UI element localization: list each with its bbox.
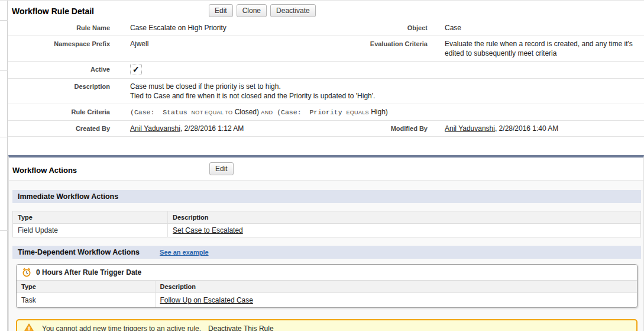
criteria-operator-2: EQUALS xyxy=(347,110,369,115)
spacer xyxy=(12,259,641,264)
detail-row-active: Active ✓ xyxy=(8,62,644,79)
alarm-clock-icon xyxy=(22,268,31,277)
rule-criteria-label: Rule Criteria xyxy=(8,107,118,117)
table-row: Field Update Set Case to Escalated xyxy=(13,224,641,237)
workflow-rule-page: Workflow Rule Detail Edit Clone Deactiva… xyxy=(0,0,644,331)
workflow-actions-body: Immediate Workflow Actions Type Descript… xyxy=(9,181,643,331)
sidebar-divider xyxy=(0,137,8,137)
warning-triangle-icon xyxy=(23,323,35,331)
time-trigger-title: 0 Hours After Rule Trigger Date xyxy=(36,268,141,277)
main-content: Workflow Rule Detail Edit Clone Deactiva… xyxy=(8,1,644,331)
immediate-actions-header: Immediate Workflow Actions xyxy=(12,190,641,203)
sidebar-divider xyxy=(0,70,8,71)
see-an-example-link[interactable]: See an example xyxy=(160,246,209,259)
sidebar-edge xyxy=(0,1,8,331)
description-value: Case must be closed if the priority is s… xyxy=(118,81,644,101)
immediate-actions-title: Immediate Workflow Actions xyxy=(18,190,118,203)
criteria-operator-1: NOT EQUAL TO xyxy=(192,110,233,115)
evaluation-criteria-label: Evaluation Criteria xyxy=(335,38,436,58)
created-date: , 2/28/2016 1:12 AM xyxy=(180,124,244,133)
description-label: Description xyxy=(8,81,118,101)
time-dependent-actions-title: Time-Dependent Workflow Actions xyxy=(18,246,140,259)
detail-button-group: Edit Clone Deactivate xyxy=(209,4,316,17)
description-line-1: Case must be closed if the priority is s… xyxy=(130,82,642,91)
immediate-actions-table: Type Description Field Update Set Case t… xyxy=(12,211,641,237)
modified-by-label: Modified By xyxy=(335,123,436,133)
spacer xyxy=(12,237,641,246)
criteria-value-2: High) xyxy=(369,108,388,116)
workflow-actions-title: Workflow Actions xyxy=(12,166,77,175)
rule-name-label: Rule Name xyxy=(8,23,118,33)
detail-row-rule-criteria: Rule Criteria (Case: Status NOT EQUAL TO… xyxy=(8,104,644,121)
description-column-header: Description xyxy=(168,211,641,224)
sidebar-divider xyxy=(0,230,8,231)
description-column-header: Description xyxy=(155,281,637,293)
checked-checkbox-icon: ✓ xyxy=(130,65,142,75)
created-by-label: Created By xyxy=(8,123,118,133)
type-column-header: Type xyxy=(17,281,155,293)
criteria-field-1: (Case: Status xyxy=(130,108,192,116)
detail-row-namespace: Namespace Prefix Ajwell Evaluation Crite… xyxy=(8,36,644,62)
action-type-cell: Task xyxy=(17,293,155,308)
type-column-header: Type xyxy=(13,211,168,224)
object-label: Object xyxy=(335,23,436,33)
spacer xyxy=(12,308,641,319)
detail-header: Workflow Rule Detail Edit Clone Deactiva… xyxy=(8,1,644,20)
created-by-user-link[interactable]: Anil Yaduvanshi xyxy=(130,124,180,133)
task-link[interactable]: Follow Up on Escalated Case xyxy=(160,296,253,304)
time-trigger-box: 0 Hours After Rule Trigger Date Type Des… xyxy=(16,264,637,308)
action-description-cell: Set Case to Escalated xyxy=(168,224,641,237)
modified-by-user-link[interactable]: Anil Yaduvanshi xyxy=(445,124,495,133)
namespace-value: Ajwell xyxy=(118,38,335,58)
detail-row-description: Description Case must be closed if the p… xyxy=(8,79,644,104)
active-label: Active xyxy=(8,64,118,75)
sidebar-divider xyxy=(0,20,8,21)
warning-text: You cannot add new time triggers to an a… xyxy=(42,324,201,331)
edit-button[interactable]: Edit xyxy=(209,4,233,17)
detail-row-audit: Created By Anil Yaduvanshi, 2/28/2016 1:… xyxy=(8,121,644,137)
time-dependent-actions-header: Time-Dependent Workflow Actions See an e… xyxy=(12,246,641,259)
created-by-value: Anil Yaduvanshi, 2/28/2016 1:12 AM xyxy=(118,123,335,133)
active-value: ✓ xyxy=(118,64,644,75)
modified-by-value: Anil Yaduvanshi, 2/28/2016 1:40 AM xyxy=(436,123,644,133)
namespace-label: Namespace Prefix xyxy=(8,38,118,58)
time-trigger-title-row: 0 Hours After Rule Trigger Date xyxy=(17,265,637,280)
action-type-cell: Field Update xyxy=(13,224,168,237)
rule-name-value: Case Escalate on High Priority xyxy=(118,23,335,33)
table-row: Task Follow Up on Escalated Case xyxy=(17,293,637,308)
table-header-row: Type Description xyxy=(13,211,641,224)
modified-date: , 2/28/2016 1:40 AM xyxy=(495,124,558,133)
page-title: Workflow Rule Detail xyxy=(12,7,94,16)
description-line-2: Tied to Case and fire when it is not clo… xyxy=(130,91,642,101)
workflow-actions-header: Workflow Actions Edit xyxy=(9,158,643,181)
warning-banner: You cannot add new time triggers to an a… xyxy=(16,319,637,331)
rule-criteria-value: (Case: Status NOT EQUAL TO Closed) AND (… xyxy=(118,107,644,117)
action-description-cell: Follow Up on Escalated Case xyxy=(155,293,637,308)
deactivate-this-rule-link[interactable]: Deactivate This Rule xyxy=(208,324,274,331)
object-value: Case xyxy=(436,23,644,33)
criteria-and: AND xyxy=(261,110,273,115)
deactivate-button[interactable]: Deactivate xyxy=(270,4,316,17)
clone-button[interactable]: Clone xyxy=(237,4,267,17)
criteria-value-1: Closed) xyxy=(232,108,261,116)
time-trigger-table: Type Description Task Follow Up on Escal… xyxy=(17,280,637,307)
detail-row-rule-name: Rule Name Case Escalate on High Priority… xyxy=(8,20,644,36)
field-update-link[interactable]: Set Case to Escalated xyxy=(173,226,243,234)
workflow-rule-detail-section: Workflow Rule Detail Edit Clone Deactiva… xyxy=(8,1,644,137)
workflow-actions-edit-button[interactable]: Edit xyxy=(209,162,234,175)
workflow-actions-section: Workflow Actions Edit Immediate Workflow… xyxy=(8,155,644,331)
evaluation-criteria-value: Evaluate the rule when a record is creat… xyxy=(436,38,636,58)
criteria-field-2: (Case: Priority xyxy=(273,108,346,116)
table-header-row: Type Description xyxy=(17,281,637,293)
